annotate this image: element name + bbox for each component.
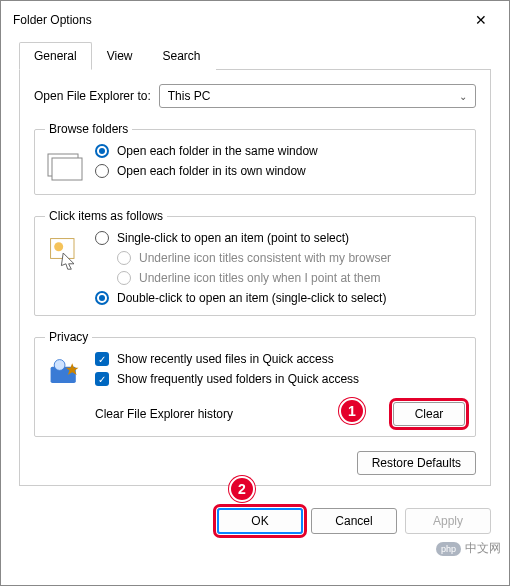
radio-underline-point: Underline icon titles only when I point … [117,271,465,285]
radio-same-window[interactable]: Open each folder in the same window [95,144,465,158]
svg-point-5 [54,360,65,371]
radio-icon [95,291,109,305]
radio-icon [95,144,109,158]
open-explorer-label: Open File Explorer to: [34,89,151,103]
privacy-legend: Privacy [45,330,92,344]
window-stack-icon [45,148,85,184]
open-explorer-value: This PC [168,89,211,103]
radio-icon [95,164,109,178]
privacy-group: Privacy ✓ Show recently used files in Qu… [34,330,476,437]
quick-access-icon [45,356,85,392]
radio-icon [95,231,109,245]
checkbox-icon: ✓ [95,352,109,366]
open-explorer-select[interactable]: This PC ⌄ [159,84,476,108]
tab-search[interactable]: Search [148,42,216,70]
tab-view[interactable]: View [92,42,148,70]
tab-strip: General View Search [19,41,491,70]
click-legend: Click items as follows [45,209,167,223]
restore-defaults-button[interactable]: Restore Defaults [357,451,476,475]
radio-icon [117,271,131,285]
svg-point-3 [54,242,63,251]
radio-own-window[interactable]: Open each folder in its own window [95,164,465,178]
radio-double-click[interactable]: Double-click to open an item (single-cli… [95,291,465,305]
cancel-button[interactable]: Cancel [311,508,397,534]
window-title: Folder Options [13,13,92,27]
browse-folders-group: Browse folders Open each folder in the s… [34,122,476,195]
content-area: General View Search Open File Explorer t… [1,35,509,498]
annotation-badge-2: 2 [229,476,255,502]
annotation-badge-1: 1 [339,398,365,424]
browse-legend: Browse folders [45,122,132,136]
radio-underline-browser: Underline icon titles consistent with my… [117,251,465,265]
tab-panel-general: Open File Explorer to: This PC ⌄ Browse … [19,70,491,486]
folder-options-window: Folder Options ✕ General View Search Ope… [0,0,510,586]
checkbox-icon: ✓ [95,372,109,386]
chevron-down-icon: ⌄ [459,91,467,102]
cursor-click-icon [45,235,85,271]
dialog-footer: 2 OK Cancel Apply [1,498,509,548]
check-recent-files[interactable]: ✓ Show recently used files in Quick acce… [95,352,465,366]
watermark: php 中文网 [436,540,501,557]
click-items-group: Click items as follows Single-click to o… [34,209,476,316]
watermark-logo: php [436,542,461,556]
clear-button[interactable]: Clear [393,402,465,426]
radio-icon [117,251,131,265]
tab-general[interactable]: General [19,42,92,70]
apply-button: Apply [405,508,491,534]
radio-single-click[interactable]: Single-click to open an item (point to s… [95,231,465,245]
clear-history-label: Clear File Explorer history [95,407,233,421]
titlebar: Folder Options ✕ [1,1,509,35]
watermark-text: 中文网 [465,540,501,557]
svg-rect-1 [52,158,82,180]
close-icon[interactable]: ✕ [465,12,497,28]
open-explorer-row: Open File Explorer to: This PC ⌄ [34,84,476,108]
check-frequent-folders[interactable]: ✓ Show frequently used folders in Quick … [95,372,465,386]
ok-button[interactable]: OK [217,508,303,534]
